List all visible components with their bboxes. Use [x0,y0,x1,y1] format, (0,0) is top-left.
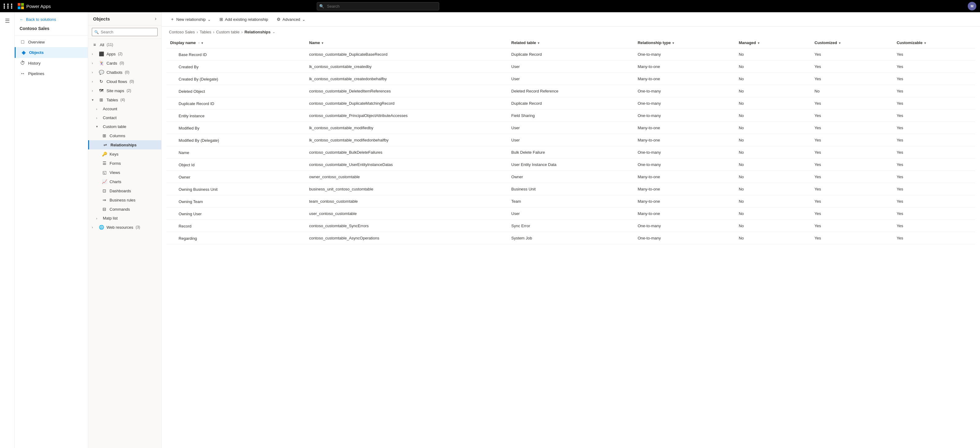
charts-label: Charts [110,179,121,184]
customtable-expand[interactable]: ▾ [96,124,100,129]
table-row: ⋮ Name contoso_customtable_BulkDeleteFai… [167,147,975,159]
add-existing-relationship-button[interactable]: ⊞ Add existing relationship [216,15,272,24]
cloudflows-icon: ↻ [99,79,104,84]
account-expand[interactable]: › [96,107,100,111]
objects-nav-tables[interactable]: ▾ ⊞ Tables (4) [88,95,161,104]
objects-nav-apps[interactable]: › ⬛ Apps (2) [88,49,161,59]
app-launcher-button[interactable] [4,4,14,9]
col-header-related-table[interactable]: Related table ▾ [508,37,634,48]
objects-nav-keys[interactable]: 🔑 Keys [88,150,161,159]
cell-display-name: ⋮ Name [167,147,305,159]
cards-expand[interactable]: › [92,61,96,65]
new-relationship-chevron-icon: ⌄ [207,17,211,22]
cell-customized: No [811,85,893,97]
cell-customized: Yes [811,110,893,122]
cell-relationship-type: One-to-many [634,220,735,232]
objects-nav-cards[interactable]: › 🃏 Cards (0) [88,59,161,68]
objects-nav-forms[interactable]: ☰ Forms [88,159,161,168]
breadcrumb-customtable[interactable]: Custom table [216,30,240,34]
cell-related-table: Duplicate Record [508,48,634,61]
cell-name: lk_contoso_customtable_createdby [305,61,508,73]
objects-nav-customtable[interactable]: ▾ Custom table [88,122,161,131]
objects-nav-contact[interactable]: › Contact [88,113,161,122]
apps-expand[interactable]: › [92,52,96,56]
apps-icon: ⬛ [99,51,104,56]
cell-customizable: Yes [893,85,975,97]
global-search-container: 🔍 [317,2,439,10]
cell-display-name: ⋮ Owning Business Unit [167,183,305,195]
add-existing-label: Add existing relationship [225,17,268,22]
cell-relationship-type: Many-to-one [634,134,735,147]
chatbots-count: (0) [125,70,129,74]
objects-nav-all[interactable]: ≡ All (11) [88,40,161,49]
breadcrumb-tables[interactable]: Tables [200,30,212,34]
cell-managed: No [735,110,811,122]
sitemaps-expand[interactable]: › [92,89,96,92]
search-icon: 🔍 [319,4,324,9]
objects-nav-relationships[interactable]: ⇌ Relationships [88,140,161,150]
objects-nav-dashboards[interactable]: ⊡ Dashboards [88,186,161,195]
back-to-solutions-button[interactable]: ← Back to solutions [19,15,83,24]
col-header-display-name[interactable]: Display name ↑ ▾ [167,37,305,48]
advanced-button[interactable]: ⚙ Advanced ⌄ [273,15,309,24]
webresources-count: (3) [135,225,140,230]
breadcrumb-contoso[interactable]: Contoso Sales [169,30,195,34]
sidebar-item-pipelines[interactable]: ↔ Pipelines [15,68,88,79]
contact-expand[interactable]: › [96,116,100,120]
avatar[interactable]: M [968,2,976,10]
maplist-expand[interactable]: › [96,217,100,220]
breadcrumb-dropdown-button[interactable]: ⌄ [272,30,275,34]
cell-display-name: ⋮ Regarding [167,232,305,244]
close-panel-button[interactable]: › [155,16,156,21]
cell-display-name: ⋮ Created By [167,61,305,73]
new-relationship-label: New relationship [176,17,206,22]
objects-nav-chatbots[interactable]: › 💬 Chatbots (0) [88,68,161,77]
objects-nav-charts[interactable]: 📈 Charts [88,177,161,186]
objects-nav-sitemaps[interactable]: › 🗺 Site maps (2) [88,86,161,95]
cell-customized: Yes [811,171,893,183]
cell-name: contoso_customtable_DuplicateBaseRecord [305,48,508,61]
cell-managed: No [735,73,811,85]
objects-nav-cloudflows[interactable]: › ↻ Cloud flows (0) [88,77,161,86]
sidebar-item-objects[interactable]: ◈ Objects [15,47,88,58]
new-relationship-button[interactable]: ＋ New relationship ⌄ [167,15,215,24]
cell-display-name: ⋮ Modified By (Delegate) [167,134,305,147]
managed-filter-icon: ▾ [758,41,759,45]
col-header-name[interactable]: Name ▾ [305,37,508,48]
cell-display-name: ⋮ Base Record ID [167,48,305,61]
table-header-row: Display name ↑ ▾ Name ▾ Related table ▾ … [167,37,975,48]
hamburger-menu-button[interactable]: ☰ [1,15,13,27]
cell-relationship-type: One-to-many [634,232,735,244]
cell-customized: Yes [811,232,893,244]
col-header-customizable[interactable]: Customizable ▾ [893,37,975,48]
objects-search-input[interactable] [92,28,158,36]
maplist-label: Matp list [103,216,118,220]
col-header-relationship-type[interactable]: Relationship type ▾ [634,37,735,48]
cell-customizable: Yes [893,183,975,195]
cell-name: owner_contoso_customtable [305,171,508,183]
objects-nav-views[interactable]: ◱ Views [88,168,161,177]
objects-nav-account[interactable]: › Account [88,104,161,113]
col-header-managed[interactable]: Managed ▾ [735,37,811,48]
table-row: ⋮ Owning Team team_contoso_customtable T… [167,195,975,207]
objects-nav-businessrules[interactable]: ⇒ Business rules [88,195,161,204]
chatbots-label: Chatbots [107,70,123,75]
cell-managed: No [735,195,811,207]
col-header-customized[interactable]: Customized ▾ [811,37,893,48]
sidebar-item-history[interactable]: ⏱ History [15,58,88,68]
webresources-expand[interactable]: › [92,225,96,229]
cloudflows-expand[interactable]: › [92,80,96,83]
objects-nav-columns[interactable]: ⊞ Columns [88,131,161,140]
cell-relationship-type: Many-to-one [634,183,735,195]
sidebar-item-overview[interactable]: □ Overview [15,37,88,47]
objects-nav-maplist[interactable]: › Matp list [88,214,161,223]
tables-expand[interactable]: ▾ [92,98,96,102]
webresources-icon: 🌐 [99,225,104,230]
cell-customized: Yes [811,48,893,61]
apps-label: Apps [107,52,116,56]
global-search-input[interactable] [317,2,439,10]
chatbots-expand[interactable]: › [92,70,96,74]
objects-nav-commands[interactable]: ⊟ Commands [88,204,161,214]
tables-icon: ⊞ [99,97,104,102]
objects-nav-webresources[interactable]: › 🌐 Web resources (3) [88,223,161,232]
